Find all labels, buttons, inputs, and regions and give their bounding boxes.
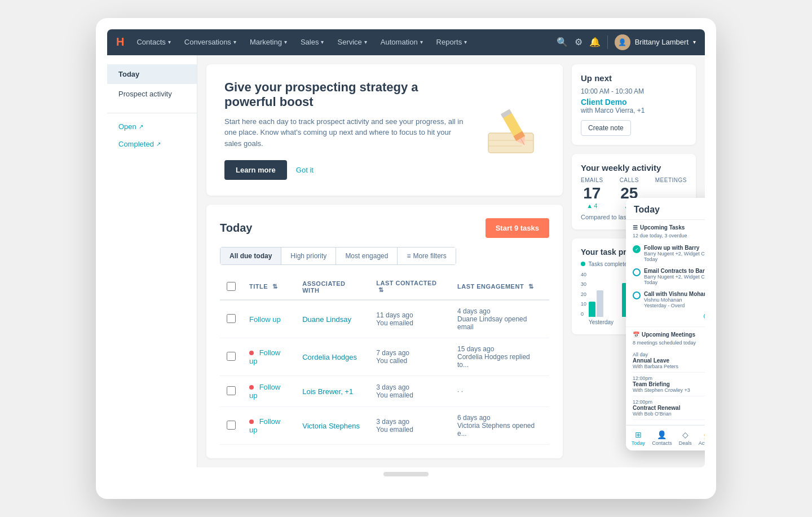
mobile-nav-today[interactable]: ⊞ Today (632, 430, 645, 446)
last-engagement-time: · · (457, 387, 542, 395)
col-associated: ASSOCIATED WITH (295, 274, 369, 300)
boost-title: Give your prospecting strategy a powerfu… (224, 80, 466, 109)
mobile-task-item[interactable]: Email Contracts to Barry Barry Nugent +2… (633, 265, 705, 288)
task-title-link[interactable]: Follow up (249, 315, 281, 324)
filter-all-due[interactable]: All due today (220, 248, 281, 264)
task-title-link[interactable]: Follow up (249, 417, 280, 434)
start-tasks-button[interactable]: Start 9 tasks (486, 218, 549, 238)
chevron-down-icon: ▾ (321, 39, 324, 45)
contact-method: You called (376, 357, 444, 365)
boost-illustration (477, 102, 545, 158)
last-engagement-time: 4 days ago (457, 307, 542, 315)
chevron-down-icon: ▾ (233, 39, 236, 45)
upnext-card: Up next 10:00 AM - 10:30 AM Client Demo … (572, 64, 696, 145)
mobile-meeting-item[interactable]: 12:00pm Team Briefing With Stephen Crowl… (633, 373, 705, 396)
last-contacted-time: 11 days ago (376, 311, 444, 319)
learn-more-button[interactable]: Learn more (224, 160, 287, 180)
sort-icon[interactable]: ⇅ (272, 283, 278, 290)
task-details: Email Contracts to Barry Barry Nugent +2… (644, 268, 705, 285)
meeting-time-label: 12:00pm (633, 375, 690, 381)
meeting-title: Team Briefing (633, 381, 690, 387)
scheduled-bar (597, 290, 603, 317)
user-menu[interactable]: 👤 Brittany Lambert ▾ (615, 34, 696, 50)
chevron-down-icon: ▾ (693, 39, 696, 45)
priority-dot (249, 351, 254, 355)
priority-dot (249, 419, 254, 424)
meeting-time: 10:00 AM - 10:30 AM (581, 87, 687, 95)
filter-most-engaged[interactable]: Most engaged (336, 248, 398, 264)
engagement-detail: Victoria Stephens opened e... (457, 422, 542, 438)
contact-link[interactable]: Lois Brewer, +1 (302, 387, 353, 396)
mobile-task-item[interactable]: Follow up with Barry Barry Nugent +2, Wi… (633, 242, 705, 265)
sidebar-link-open[interactable]: Open ↗ (107, 118, 197, 135)
mobile-meeting-item[interactable]: 12:00pm Contract Renewal With Bob O'Bria… (633, 396, 705, 420)
nav-conversations[interactable]: Conversations ▾ (179, 34, 242, 50)
last-contacted-time: 3 days ago (376, 383, 444, 391)
sort-icon[interactable]: ⇅ (378, 286, 384, 293)
mobile-meeting-list: All day Annual Leave With Barbara Peters… (633, 349, 705, 420)
avatar: 👤 (615, 34, 630, 50)
row-checkbox-3[interactable] (227, 421, 236, 430)
mobile-nav-deals[interactable]: ◇ Deals (679, 430, 692, 446)
sidebar-item-prospect[interactable]: Prospect activity (107, 84, 197, 104)
nav-contacts[interactable]: Contacts ▾ (131, 34, 176, 50)
meeting-time-label: All day (633, 352, 678, 357)
contact-link[interactable]: Duane Lindsay (302, 315, 351, 324)
table-row: Follow up Duane Lindsay 11 days ago You … (220, 300, 549, 338)
mobile-nav-activity[interactable]: ⚡ Activity (699, 430, 705, 446)
today-tasks-card: Today Start 9 tasks All due today High p… (206, 205, 563, 458)
boost-description: Start here each day to track prospect ac… (224, 116, 466, 149)
row-checkbox-2[interactable] (227, 386, 236, 395)
task-time: Today (644, 257, 705, 262)
sidebar-link-completed[interactable]: Completed ↗ (107, 135, 197, 153)
sidebar-section: Open ↗ Completed ↗ (107, 113, 197, 153)
filter-high-priority[interactable]: High priority (281, 248, 336, 264)
task-title-link[interactable]: Follow up (249, 348, 280, 365)
select-all-checkbox[interactable] (227, 282, 236, 291)
hubspot-logo[interactable]: H (116, 36, 124, 48)
contact-link[interactable]: Cordelia Hodges (302, 353, 357, 361)
completed-bar (589, 302, 595, 317)
nav-automation[interactable]: Automation ▾ (375, 34, 429, 50)
sidebar-item-today[interactable]: Today (107, 64, 197, 84)
meeting-name[interactable]: Client Demo (581, 98, 687, 107)
mobile-meeting-item[interactable]: All day Annual Leave With Barbara Peters… (633, 349, 705, 373)
sort-icon[interactable]: ⇅ (528, 283, 534, 290)
task-check[interactable] (633, 268, 641, 276)
mobile-overlay: Today + 🔍 ☰ Upcoming Tasks 12 due today,… (626, 198, 705, 450)
nav-service[interactable]: Service ▾ (332, 34, 372, 50)
task-title-link[interactable]: Follow up (249, 383, 280, 400)
meeting-title: Annual Leave (633, 357, 678, 364)
nav-marketing[interactable]: Marketing ▾ (244, 34, 293, 50)
go-to-tasks-link[interactable]: Go to tasks (633, 311, 705, 322)
col-last-contacted: LAST CONTACTED ⇅ (369, 274, 451, 300)
notifications-icon[interactable]: 🔔 (589, 37, 601, 47)
task-check[interactable] (633, 245, 641, 253)
boost-text: Give your prospecting strategy a powerfu… (224, 80, 466, 180)
row-checkbox-0[interactable] (227, 314, 236, 323)
table-row: Follow up Lois Brewer, +1 3 days ago You… (220, 376, 549, 407)
up-arrow-icon: ▲ (586, 202, 593, 209)
task-name: Email Contracts to Barry (644, 268, 705, 274)
search-icon[interactable]: 🔍 (557, 37, 568, 47)
nav-reports[interactable]: Reports ▾ (431, 34, 473, 50)
filter-tabs: All due today High priority Most engaged… (220, 247, 456, 265)
mobile-meetings-header: 📅 Upcoming Meetings (633, 332, 705, 338)
chevron-down-icon: ▾ (420, 39, 423, 45)
mobile-nav-contacts[interactable]: 👤 Contacts (652, 430, 672, 446)
nav-sales[interactable]: Sales ▾ (295, 34, 330, 50)
row-checkbox-1[interactable] (227, 352, 236, 361)
mobile-task-item[interactable]: Call with Vishnu Mohanan Vishnu Mohanan … (633, 288, 705, 311)
filter-more[interactable]: ≡ More filters (398, 248, 455, 264)
task-check[interactable] (633, 291, 641, 299)
chevron-down-icon: ▾ (284, 39, 287, 45)
bar-group (589, 290, 620, 317)
settings-icon[interactable]: ⚙ (575, 37, 582, 47)
tasks-icon: ☰ (633, 224, 638, 231)
last-contacted-time: 7 days ago (376, 349, 444, 357)
contact-link[interactable]: Victoria Stephens (302, 422, 360, 430)
got-it-button[interactable]: Got it (296, 166, 314, 174)
create-note-button[interactable]: Create note (581, 120, 631, 136)
emails-col: EMAILS 17 ▲ 4 (581, 177, 603, 209)
chevron-down-icon: ▾ (464, 39, 467, 45)
